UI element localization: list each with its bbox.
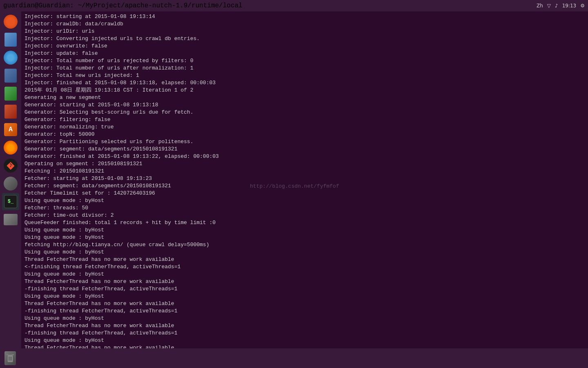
terminal-button[interactable]: $_ — [2, 193, 19, 210]
titlebar-title: guardian@Guardian: ~/MyProject/apache-nu… — [3, 2, 243, 9]
clock: 19:13 — [562, 3, 577, 9]
sidebar: A $_ — [0, 11, 21, 348]
files-button[interactable] — [2, 31, 19, 48]
main-layout: A $_ Injector: starting at 2015-01-08 19… — [0, 11, 588, 348]
trash-button[interactable] — [2, 350, 19, 367]
settings-icon[interactable]: ⚙ — [580, 3, 585, 9]
text-editor-button[interactable] — [2, 67, 19, 84]
lang-indicator: Zh — [537, 3, 543, 9]
volume-icon: ♪ — [555, 3, 558, 9]
taskbar — [0, 348, 588, 368]
git-button[interactable] — [2, 157, 19, 174]
ubuntu-button[interactable] — [2, 13, 19, 30]
presentation-button[interactable] — [2, 103, 19, 120]
titlebar-right: Zh ▽ ♪ 19:13 ⚙ — [537, 3, 585, 9]
network-icon: ▽ — [547, 3, 551, 9]
titlebar: guardian@Guardian: ~/MyProject/apache-nu… — [0, 0, 588, 11]
svg-rect-2 — [9, 353, 12, 355]
font-button[interactable]: A — [2, 121, 19, 138]
terminal-window[interactable]: Injector: starting at 2015-01-08 19:13:1… — [21, 11, 588, 348]
folder-button[interactable] — [2, 211, 19, 228]
firefox-button[interactable] — [2, 139, 19, 156]
terminal-output: Injector: starting at 2015-01-08 19:13:1… — [24, 13, 585, 348]
chromium-button[interactable] — [2, 49, 19, 66]
system-settings-button[interactable] — [2, 175, 19, 192]
spreadsheet-button[interactable] — [2, 85, 19, 102]
